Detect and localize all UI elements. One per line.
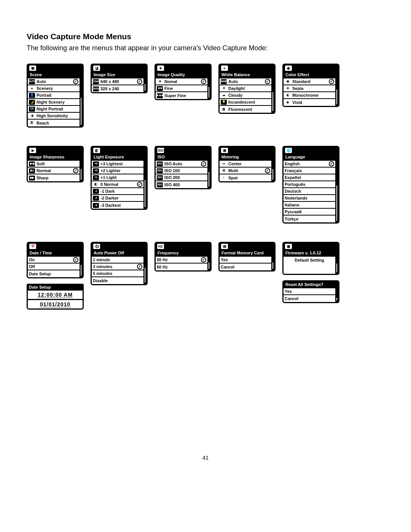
menu-item-label: Yes [221, 257, 228, 262]
menu-item[interactable]: AUTOAuto✓ [28, 78, 80, 85]
menu-item-label: 640 x 480 [100, 79, 119, 84]
scrollbar[interactable] [80, 79, 82, 125]
menu-item[interactable]: English✓ [284, 161, 335, 168]
menu-item[interactable]: ISOISO Auto✓ [156, 161, 207, 168]
menu-item[interactable]: Nederlands [284, 195, 335, 202]
scrollbar[interactable] [208, 79, 210, 98]
menu-item[interactable]: ▶▶Sharp [28, 174, 80, 181]
menu-item[interactable]: ▥Fluorescent [220, 106, 271, 113]
menu-item[interactable]: Date Setup [28, 270, 80, 277]
menu-item[interactable]: 60 Hz [156, 264, 207, 270]
menu-item[interactable]: ◑High Sensitivity [28, 113, 80, 120]
scrollbar[interactable] [208, 161, 210, 187]
menu-item[interactable]: ▭Center [220, 161, 271, 168]
menu-item[interactable]: ★★Fine [156, 85, 207, 92]
menu-item-label: English [285, 161, 300, 166]
menu-item[interactable]: ▶◀Soft [28, 161, 80, 168]
menu-item[interactable]: 3 minutes✓ [92, 264, 143, 270]
menu-item-label: Sharp [37, 176, 48, 180]
menu-item[interactable]: -1-1 Dark [92, 188, 143, 195]
menu-item[interactable]: ⊚Sepia [284, 85, 335, 92]
check-icon: ✓ [137, 264, 142, 269]
menu-item[interactable]: 💡Incandescent [220, 99, 271, 106]
menu-item[interactable]: +3+3 Lightest [92, 161, 143, 168]
scrollbar[interactable] [144, 257, 146, 283]
menu-item[interactable]: ⊞Multi✓ [220, 168, 271, 174]
menu-exposure: ◧Light Exposure+3+3 Lightest+2+2 Lighter… [91, 146, 148, 210]
scrollbar[interactable] [80, 161, 82, 180]
scrollbar[interactable] [144, 79, 146, 91]
menu-items: AWBAuto✓☀Daylight☁Cloudy💡Incandescent▥Fl… [220, 78, 271, 113]
menu-item[interactable]: AWBAuto✓ [220, 78, 271, 85]
menu-item[interactable]: ★Nomal✓ [156, 78, 207, 85]
scrollbar[interactable] [336, 257, 338, 273]
menu-item[interactable]: Cancel [220, 264, 271, 270]
menu-item[interactable]: ◧0 Normal✓ [92, 181, 143, 188]
menu-item[interactable]: ▲Scenery [28, 85, 80, 92]
menu-item[interactable]: ISOISO 200 [156, 174, 207, 181]
menu-item[interactable]: Русский [284, 209, 335, 216]
menu-item[interactable]: Off [28, 264, 80, 270]
menu-item[interactable]: Türkçe [284, 216, 335, 222]
menu-item[interactable]: VGA640 x 480✓ [92, 78, 143, 85]
menu-item[interactable]: ISOISO 100 [156, 168, 207, 174]
menu-item[interactable]: ◈Vivid [284, 99, 335, 106]
menu-item[interactable]: Français [284, 168, 335, 174]
menu-title: Image Quality [156, 72, 210, 78]
menu-item[interactable]: Italiano [284, 202, 335, 209]
menu-row-1: ▣SceneAUTOAuto✓▲Scenery👤Portrait🌙Night S… [27, 64, 384, 128]
menu-item-label: +3 Lightest [100, 161, 123, 166]
menu-item[interactable]: 👤Portrait [28, 92, 80, 99]
menu-item[interactable]: ★★★Super Fine [156, 92, 207, 99]
menu-tab: 📅 [28, 243, 83, 250]
scrollbar[interactable] [272, 161, 274, 180]
item-icon: ▶▶ [29, 176, 35, 181]
menu-item[interactable]: Português [284, 181, 335, 188]
scrollbar[interactable] [272, 257, 274, 269]
menu-title: Auto Power Off [92, 250, 147, 256]
menu-item-label: Auto [37, 79, 46, 84]
menu-item[interactable]: 50 Hz✓ [156, 257, 207, 264]
menu-item[interactable]: ◐Monochrome [284, 92, 335, 99]
menu-item[interactable]: +2+2 Lighter [92, 168, 143, 174]
scrollbar[interactable] [208, 257, 210, 269]
menu-item[interactable]: -3-3 Darkest [92, 202, 143, 209]
menu-item[interactable]: QVGA320 x 240 [92, 85, 143, 92]
date-setup-time[interactable]: 12:00:00 AM [27, 291, 84, 300]
menu-item[interactable]: Disable [92, 277, 143, 284]
menu-item[interactable]: 1 minute [92, 257, 143, 264]
menu-item[interactable]: Español [284, 174, 335, 181]
scrollbar[interactable] [336, 79, 338, 105]
menu-item-label: 5 minutes [93, 271, 112, 276]
menu-item[interactable]: On✓ [28, 257, 80, 264]
menu-item-label: Default Setting [295, 258, 324, 262]
menu-item[interactable]: +1+1 Light [92, 174, 143, 181]
menu-item[interactable]: 🌃Night Portrait [28, 106, 80, 113]
menu-item[interactable]: Deutsch [284, 188, 335, 195]
item-icon: ▥ [221, 107, 227, 112]
scrollbar[interactable] [272, 79, 274, 112]
scrollbar[interactable] [336, 296, 338, 301]
scrollbar[interactable] [144, 161, 146, 208]
menu-item[interactable]: ◉Standard✓ [284, 78, 335, 85]
scrollbar[interactable] [336, 161, 338, 221]
menu-item[interactable]: •Spot [220, 174, 271, 181]
scrollbar[interactable] [80, 257, 82, 276]
menu-item-label: Spot [228, 176, 237, 180]
menu-item[interactable]: ⛱Beach [28, 120, 80, 126]
date-setup-date[interactable]: 01/01/2010 [27, 300, 84, 310]
menu-item[interactable]: ▶|Normal✓ [28, 168, 80, 174]
menu-item[interactable]: Yes [284, 288, 335, 295]
menu-item[interactable]: Yes [220, 257, 271, 264]
menu-item[interactable]: ☁Cloudy [220, 92, 271, 99]
menu-items: On✓OffDate Setup [28, 256, 80, 277]
menu-item[interactable]: Default Setting [284, 257, 335, 264]
menu-item[interactable]: Cancel [284, 295, 335, 302]
menu-item[interactable]: ☀Daylight [220, 85, 271, 92]
menu-item[interactable]: ISOISO 400 [156, 181, 207, 188]
menu-item-label: 60 Hz [157, 265, 168, 269]
menu-items: Default Setting [284, 256, 335, 274]
menu-item[interactable]: 5 minutes [92, 270, 143, 277]
menu-item[interactable]: 🌙Night Scenery [28, 99, 80, 106]
menu-item[interactable]: -2-2 Darker [92, 195, 143, 202]
